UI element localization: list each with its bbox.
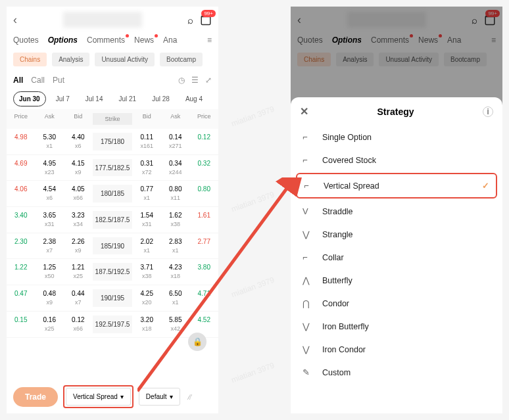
table-row[interactable]: 0.470.48x90.44x7190/1954.25x206.50x14.71 bbox=[7, 285, 218, 312]
info-icon[interactable]: i bbox=[483, 106, 493, 117]
default-selector[interactable]: Default ▾ bbox=[139, 388, 180, 406]
back-icon[interactable]: ‹ bbox=[13, 13, 17, 27]
watermark: miatian 3979 bbox=[230, 190, 276, 214]
strategy-option[interactable]: ⋁Iron Butterfly bbox=[296, 315, 497, 338]
strategy-icon: ⋂ bbox=[303, 298, 313, 308]
strategy-option[interactable]: ✎Custom bbox=[296, 361, 497, 384]
table-row[interactable]: 4.064.54x64.05x66180/1850.77x10.80x110.8… bbox=[7, 181, 218, 207]
strategy-sheet: ✕ Strategy i ⌐Single Option⌐Covered Stoc… bbox=[291, 97, 502, 413]
settings-icon[interactable]: ☰ bbox=[191, 76, 199, 85]
table-row[interactable]: 2.302.38x72.26x9185/1902.02x12.83x12.77 bbox=[7, 233, 218, 260]
table-row[interactable]: 4.985.30x14.40x6175/1800.11x1610.14x2710… bbox=[7, 129, 218, 155]
nav-news[interactable]: News bbox=[134, 35, 154, 45]
strategy-option[interactable]: ⋁Strangle bbox=[296, 223, 497, 246]
strategy-icon: ⌐ bbox=[303, 252, 313, 262]
chart-icon[interactable]: ⫽ bbox=[185, 392, 194, 402]
strategy-list: ⌐Single Option⌐Covered Stock⌐Vertical Sp… bbox=[291, 126, 502, 384]
header: ‹ ⌕ 99+ bbox=[7, 7, 218, 33]
nav-quotes[interactable]: Quotes bbox=[13, 35, 39, 45]
strategy-icon: ⋁ bbox=[303, 344, 313, 354]
strategy-icon: ⌐ bbox=[304, 181, 314, 191]
strategy-option[interactable]: ⋁Iron Condor bbox=[296, 338, 497, 361]
bottom-bar: Trade Vertical Spread ▾ Default ▾ ⫽ bbox=[7, 385, 218, 408]
subnav: Chains Analysis Unusual Activity Bootcam… bbox=[7, 47, 218, 72]
filter-all[interactable]: All bbox=[13, 76, 23, 85]
strategy-icon: ⋁ bbox=[303, 321, 313, 331]
date-2[interactable]: Jul 14 bbox=[80, 91, 109, 106]
strategy-icon: ✎ bbox=[303, 367, 313, 377]
table-row[interactable]: 3.403.65x313.23x34182.5/187.51.54x311.62… bbox=[7, 207, 218, 233]
highlight-spread: Vertical Spread ▾ bbox=[63, 385, 133, 408]
expand-icon[interactable]: ⤢ bbox=[205, 76, 212, 85]
strategy-option[interactable]: ⋀Butterfly bbox=[296, 269, 497, 292]
strategy-icon: ⋁ bbox=[303, 229, 313, 239]
watermark: miatian 3979 bbox=[230, 361, 276, 385]
pill-analysis[interactable]: Analysis bbox=[52, 53, 89, 66]
watermark: miatian 3979 bbox=[230, 105, 276, 129]
top-nav: Quotes Options Comments News Ana ≡ bbox=[7, 33, 218, 47]
strategy-option[interactable]: ⌐Collar bbox=[296, 246, 497, 269]
date-1[interactable]: Jul 7 bbox=[50, 91, 76, 106]
date-5[interactable]: Aug 4 bbox=[180, 91, 208, 106]
table-header: PriceAskBid Strike BidAskPrice bbox=[7, 109, 218, 129]
dates-row: Jun 30 Jul 7 Jul 14 Jul 21 Jul 28 Aug 4 … bbox=[7, 89, 218, 109]
watermark: miatian 3979 bbox=[230, 275, 276, 300]
ticker-blur bbox=[347, 12, 426, 28]
trade-button[interactable]: Trade bbox=[13, 387, 58, 407]
back-icon[interactable]: ‹ bbox=[297, 13, 301, 27]
filter-put[interactable]: Put bbox=[53, 76, 64, 85]
strategy-option[interactable]: ⌐Vertical Spread✓ bbox=[297, 174, 496, 197]
strategy-option[interactable]: VStraddle bbox=[296, 200, 497, 223]
nav-comments[interactable]: Comments bbox=[87, 35, 125, 45]
search-icon[interactable]: ⌕ bbox=[187, 14, 193, 26]
strategy-icon: V bbox=[303, 206, 313, 216]
option-table[interactable]: 4.985.30x14.40x6175/1800.11x1610.14x2710… bbox=[7, 129, 218, 338]
check-icon: ✓ bbox=[482, 181, 489, 191]
strategy-option[interactable]: ⋂Condor bbox=[296, 292, 497, 315]
cart-icon[interactable]: 99+ bbox=[200, 14, 212, 26]
filter-call[interactable]: Call bbox=[31, 76, 45, 85]
ticker-blur bbox=[63, 12, 142, 28]
sheet-title: Strategy bbox=[377, 106, 414, 117]
phone-left: ‹ ⌕ 99+ Quotes Options Comments News Ana… bbox=[7, 7, 218, 413]
strategy-icon: ⌐ bbox=[303, 132, 313, 142]
nav-ana[interactable]: Ana bbox=[163, 35, 177, 45]
date-4[interactable]: Jul 28 bbox=[146, 91, 176, 106]
date-0[interactable]: Jun 30 bbox=[13, 91, 46, 106]
lock-icon[interactable]: 🔒 bbox=[188, 333, 206, 351]
close-icon[interactable]: ✕ bbox=[300, 105, 308, 118]
pill-bootcamp[interactable]: Bootcamp bbox=[160, 53, 203, 66]
filter-row: All Call Put ◷ ☰ ⤢ bbox=[7, 72, 218, 89]
nav-options[interactable]: Options bbox=[48, 35, 78, 45]
cart-icon[interactable]: 99+ bbox=[484, 14, 496, 26]
strategy-icon: ⋀ bbox=[303, 275, 313, 285]
table-row[interactable]: 0.150.16x250.12x66192.5/197.53.20x185.85… bbox=[7, 312, 218, 338]
pill-chains[interactable]: Chains bbox=[13, 53, 47, 66]
strategy-option[interactable]: ⌐Single Option bbox=[296, 126, 497, 149]
strategy-option[interactable]: ⌐Covered Stock bbox=[296, 149, 497, 172]
menu-icon[interactable]: ≡ bbox=[207, 35, 212, 45]
search-icon[interactable]: ⌕ bbox=[472, 14, 477, 26]
strategy-icon: ⌐ bbox=[303, 155, 313, 165]
clock-icon[interactable]: ◷ bbox=[178, 76, 185, 85]
cart-badge: 99+ bbox=[201, 10, 216, 17]
phone-right: ‹ ⌕ 99+ Quotes Options Comments News Ana… bbox=[291, 7, 502, 413]
date-3[interactable]: Jul 21 bbox=[113, 91, 143, 106]
pill-unusual[interactable]: Unusual Activity bbox=[95, 53, 155, 66]
table-row[interactable]: 4.694.95x234.15x9177.5/182.50.31x720.34x… bbox=[7, 155, 218, 181]
spread-selector[interactable]: Vertical Spread ▾ bbox=[66, 388, 131, 406]
table-row[interactable]: 1.221.25x501.21x25187.5/192.53.71x384.23… bbox=[7, 259, 218, 285]
date-6[interactable]: Aug 18 bbox=[212, 91, 218, 106]
